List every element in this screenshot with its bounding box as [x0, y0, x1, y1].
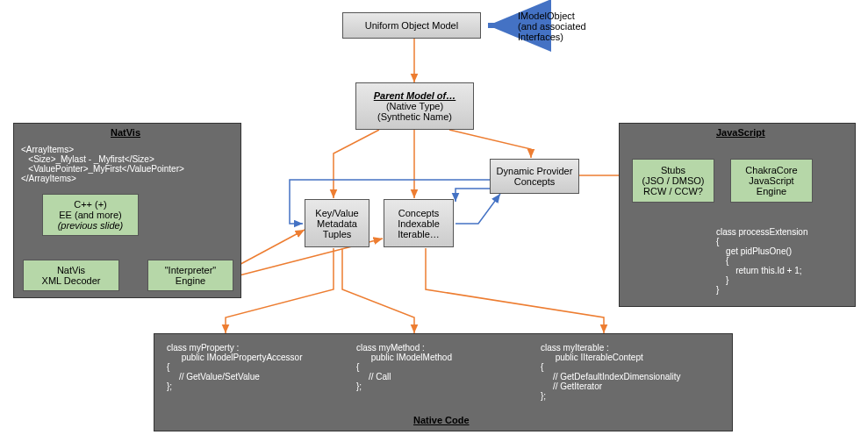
native-panel: class myProperty : public IModelProperty… [154, 333, 733, 431]
imodelobject-annotation: IModelObject (and associated Interfaces) [518, 11, 586, 42]
native-method-code: class myMethod : public IModelMethod { /… [356, 343, 452, 391]
natvis-title: NatVis [111, 127, 140, 138]
concepts-box: Concepts Indexable Iterable… [384, 199, 454, 247]
js-title: JavaScript [716, 127, 765, 138]
js-code: class processExtension { get pidPlusOne(… [716, 227, 808, 295]
uniform-label: Uniform Object Model [365, 20, 458, 31]
native-iter-code: class myIterable : public IIterableConte… [541, 343, 681, 401]
javascript-panel: JavaScript Stubs (JSO / DMSO) RCW / CCW?… [619, 123, 856, 307]
native-prop-code: class myProperty : public IModelProperty… [167, 343, 303, 391]
uniform-object-model-box: Uniform Object Model [342, 12, 481, 39]
natvis-decoder-box: NatVis XML Decoder [23, 260, 119, 291]
natvis-interpreter-box: "Interpreter" Engine [147, 260, 233, 291]
dynamic-provider-box: Dynamic Provider Concepts [490, 159, 579, 194]
parent-title: Parent Model of… [374, 90, 456, 101]
natvis-xml-code: <ArrayItems> <Size>_Mylast - _Myfirst</S… [21, 145, 184, 183]
keyvalue-box: Key/Value Metadata Tuples [305, 199, 369, 247]
parent-model-box: Parent Model of… (Native Type) (Syntheti… [355, 82, 474, 130]
stubs-box: Stubs (JSO / DMSO) RCW / CCW? [632, 159, 714, 203]
natvis-panel: NatVis <ArrayItems> <Size>_Mylast - _Myf… [13, 123, 241, 298]
svg-line-7 [233, 230, 305, 268]
native-title: Native Code [413, 415, 470, 425]
chakra-box: ChakraCore JavaScript Engine [730, 159, 813, 203]
natvis-cpp-box: C++ (+) EE (and more) (previous slide) [42, 194, 139, 236]
